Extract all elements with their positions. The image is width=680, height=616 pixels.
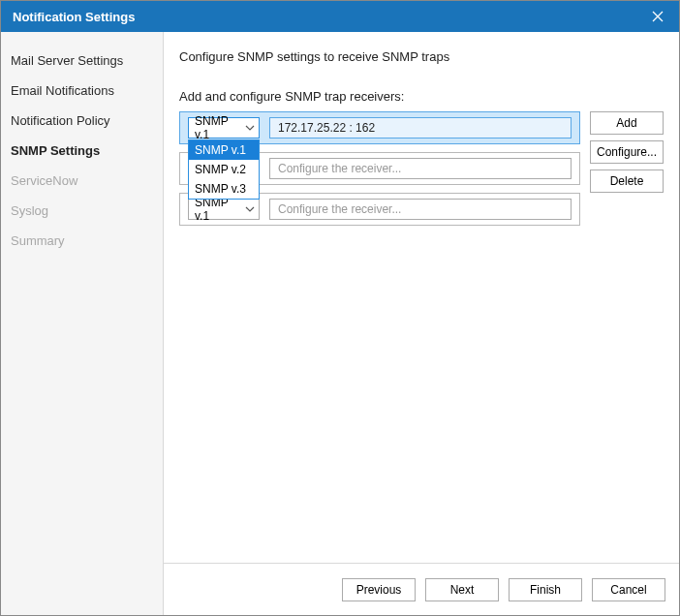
version-select[interactable]: SNMP v.1 [188,117,260,139]
finish-button[interactable]: Finish [509,578,582,601]
version-select[interactable]: SNMP v.1 [188,199,260,220]
receiver-placeholder: Configure the receiver... [278,162,401,175]
receiver-placeholder: Configure the receiver... [278,202,401,216]
sidebar: Mail Server Settings Email Notifications… [1,32,164,615]
add-button[interactable]: Add [590,111,664,135]
sidebar-item-notification-policy[interactable]: Notification Policy [1,106,163,136]
receiver-input[interactable]: Configure the receiver... [269,199,572,220]
content: Configure SNMP settings to receive SNMP … [164,32,679,563]
window-title: Notification Settings [13,10,135,24]
sidebar-item-syslog: Syslog [1,196,163,226]
main: Configure SNMP settings to receive SNMP … [164,32,679,615]
close-icon [652,11,664,22]
sidebar-item-email-notifications[interactable]: Email Notifications [1,76,163,106]
titlebar: Notification Settings [1,1,679,32]
delete-button[interactable]: Delete [590,169,664,193]
dropdown-item-v2[interactable]: SNMP v.2 [189,160,259,179]
chevron-down-icon [245,125,255,131]
receiver-input[interactable]: 172.17.25.22 : 162 [269,117,572,139]
rows-wrap: SNMP v.1 172.17.25.22 : 162 SNMP v.1 SNM… [179,111,664,233]
chevron-down-icon [245,206,255,212]
sidebar-item-summary: Summary [1,226,163,256]
receiver-row[interactable]: SNMP v.1 172.17.25.22 : 162 SNMP v.1 SNM… [179,111,580,144]
body: Mail Server Settings Email Notifications… [1,32,679,615]
side-buttons: Add Configure... Delete [590,111,664,193]
previous-button[interactable]: Previous [342,578,416,601]
receiver-value: 172.17.25.22 : 162 [278,121,375,135]
sidebar-item-servicenow: ServiceNow [1,166,163,196]
cancel-button[interactable]: Cancel [592,578,665,601]
configure-button[interactable]: Configure... [590,140,664,164]
receiver-input[interactable]: Configure the receiver... [269,158,572,179]
rows: SNMP v.1 172.17.25.22 : 162 SNMP v.1 SNM… [179,111,580,233]
sidebar-item-snmp-settings[interactable]: SNMP Settings [1,136,163,166]
version-select-value: SNMP v.1 [195,196,245,223]
content-header: Configure SNMP settings to receive SNMP … [179,49,664,64]
footer: Previous Next Finish Cancel [164,563,679,615]
sidebar-item-mail-server[interactable]: Mail Server Settings [1,46,163,76]
version-select-value: SNMP v.1 [195,114,245,141]
close-button[interactable] [636,1,679,32]
dropdown-item-v3[interactable]: SNMP v.3 [189,179,259,199]
section-label: Add and configure SNMP trap receivers: [179,89,664,104]
next-button[interactable]: Next [425,578,499,601]
dropdown-item-v1[interactable]: SNMP v.1 [189,140,259,160]
version-dropdown: SNMP v.1 SNMP v.2 SNMP v.3 [188,139,260,200]
